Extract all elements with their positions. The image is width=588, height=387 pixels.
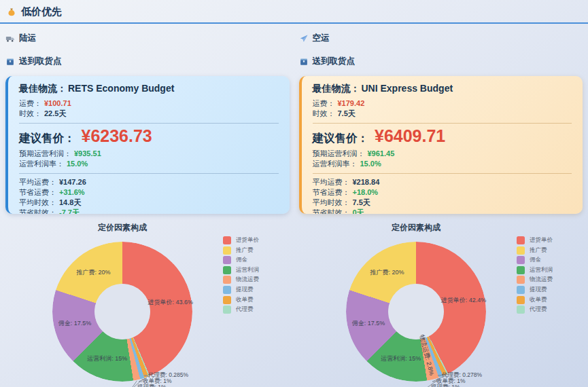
- legend-label: 代理费: [236, 306, 254, 314]
- pie-label: 运营利润: 15%: [381, 355, 421, 362]
- legend-item[interactable]: 佣金: [223, 256, 259, 264]
- legend-item[interactable]: 收单费: [517, 296, 553, 304]
- legend-item[interactable]: 进货单价: [223, 236, 259, 244]
- avg-time-row: 平均时效：7.5天: [313, 198, 572, 208]
- legend-label: 运营利润: [530, 266, 553, 274]
- pricing-factors-chart-air: 定价因素构成 进货单价: 42.4%物流运费: 2.8%运营利润: 15%佣金:…: [294, 218, 587, 387]
- expected-profit-row: 预期运营利润：¥935.51: [19, 149, 279, 159]
- legend-item[interactable]: 推广费: [517, 246, 553, 255]
- delivery-label: 送到取货点: [19, 56, 62, 67]
- legend-item[interactable]: 提现费: [517, 286, 553, 294]
- chart-title: 定价因素构成: [0, 222, 245, 234]
- saved-time-row: 节省时效：0天: [313, 208, 572, 214]
- legend-label: 推广费: [530, 246, 547, 255]
- pie-label: 进货单价: 42.4%: [441, 297, 487, 303]
- logistics-card-land: 最佳物流：RETS Economy Budget 运费：¥100.71 时效：2…: [5, 76, 290, 214]
- legend-label: 收单费: [530, 296, 547, 304]
- legend-swatch: [517, 246, 525, 255]
- legend-label: 进货单价: [530, 236, 553, 244]
- legend-label: 提现费: [530, 286, 547, 294]
- avg-time-row: 平均时效：14.8天: [19, 198, 279, 208]
- airplane-icon: [299, 34, 309, 43]
- legend-item[interactable]: 进货单价: [517, 236, 553, 244]
- card-divider: [19, 173, 279, 174]
- pie-label: 推广费: 20%: [77, 269, 111, 276]
- legend-item[interactable]: 物流运费: [517, 276, 553, 284]
- pie-leader-label: 提现费: 1%: [431, 384, 460, 387]
- legend-item[interactable]: 物流运费: [223, 276, 259, 284]
- column-land: 陆运 送到取货点 最佳物流：RETS Economy Budget 运费：¥10…: [5, 24, 290, 214]
- legend-item[interactable]: 代理费: [223, 306, 259, 314]
- legend-item[interactable]: 收单费: [223, 296, 259, 304]
- donut-hole: [94, 284, 150, 339]
- pie-leader-label: 提现费: 1%: [137, 384, 167, 387]
- legend-item[interactable]: 佣金: [517, 256, 553, 264]
- suggested-price-value: ¥6409.71: [375, 127, 445, 145]
- profit-margin-row: 运营利润率：15.0%: [19, 159, 279, 169]
- legend-swatch: [223, 286, 231, 294]
- avg-shipping-row: 平均运费：¥147.26: [19, 177, 279, 187]
- legend-label: 收单费: [236, 296, 254, 304]
- page-title: 低价优先: [21, 5, 62, 18]
- logistics-card-air: 最佳物流：UNI Express Budget 运费：¥179.42 时效：7.…: [299, 76, 583, 214]
- legend-label: 推广费: [236, 246, 254, 255]
- legend-swatch: [223, 246, 231, 255]
- legend-swatch: [223, 306, 231, 314]
- shipping-fee-row: 运费：¥179.42: [313, 98, 572, 109]
- saved-time-row: 节省时效：-7.7天: [19, 208, 279, 214]
- legend-swatch: [517, 306, 525, 314]
- legend-label: 进货单价: [236, 236, 259, 244]
- legend-item[interactable]: 运营利润: [223, 266, 259, 274]
- legend-swatch: [223, 236, 231, 244]
- legend-label: 运营利润: [236, 266, 259, 274]
- chart-legend: 进货单价推广费佣金运营利润物流运费提现费收单费代理费: [517, 236, 553, 316]
- pie-label: 推广费: 20%: [370, 269, 404, 276]
- delivery-heading-air: 送到取货点: [299, 56, 583, 67]
- package-icon: [299, 57, 309, 67]
- pie-label: 运营利润: 15%: [87, 355, 127, 362]
- pricing-factors-chart-land: 定价因素构成 进货单价: 43.6%运营利润: 15%佣金: 17.5%推广费:…: [0, 218, 294, 387]
- transport-heading-land: 陆运: [5, 33, 290, 44]
- legend-swatch: [223, 266, 231, 274]
- avg-shipping-row: 平均运费：¥218.84: [313, 177, 572, 187]
- legend-item[interactable]: 代理费: [517, 306, 553, 314]
- pie-label: 佣金: 17.5%: [352, 320, 385, 327]
- legend-label: 代理费: [530, 306, 547, 314]
- package-icon: [5, 57, 15, 67]
- pie-label: 佣金: 17.5%: [58, 320, 92, 327]
- truck-icon: [5, 34, 15, 43]
- suggested-price-row: 建议售价： ¥6409.71: [313, 127, 572, 146]
- expected-profit-row: 预期运营利润：¥961.45: [313, 149, 572, 159]
- suggested-price-value: ¥6236.73: [82, 127, 152, 145]
- column-air: 空运 送到取货点 最佳物流：UNI Express Budget 运费：¥179…: [299, 24, 583, 214]
- legend-label: 佣金: [530, 256, 541, 264]
- card-divider: [313, 123, 572, 124]
- legend-swatch: [223, 276, 231, 284]
- legend-swatch: [517, 236, 525, 244]
- delivery-time-row: 时效：7.5天: [313, 109, 572, 119]
- legend-swatch: [517, 266, 525, 274]
- legend-item[interactable]: 推广费: [223, 246, 259, 255]
- transport-label: 陆运: [19, 33, 36, 44]
- suggested-price-row: 建议售价： ¥6236.73: [19, 127, 279, 146]
- legend-item[interactable]: 运营利润: [517, 266, 553, 274]
- card-divider: [19, 123, 279, 124]
- pie-label: 进货单价: 43.6%: [148, 299, 193, 306]
- legend-item[interactable]: 提现费: [223, 286, 259, 294]
- legend-label: 物流运费: [530, 276, 553, 284]
- shipping-fee-row: 运费：¥100.71: [19, 98, 279, 109]
- transport-heading-air: 空运: [299, 33, 583, 44]
- donut-hole: [388, 284, 444, 339]
- legend-swatch: [517, 296, 525, 304]
- legend-swatch: [517, 286, 525, 294]
- legend-swatch: [517, 256, 525, 264]
- page-header: 低价优先: [0, 0, 588, 22]
- delivery-heading-land: 送到取货点: [5, 56, 290, 67]
- page: 低价优先 陆运 送到取货点 最佳物流：RETS Economy Budget: [0, 0, 588, 387]
- delivery-label: 送到取货点: [313, 56, 356, 67]
- comparison-columns: 陆运 送到取货点 最佳物流：RETS Economy Budget 运费：¥10…: [0, 24, 588, 214]
- charts-row: 定价因素构成 进货单价: 43.6%运营利润: 15%佣金: 17.5%推广费:…: [0, 218, 588, 387]
- legend-label: 物流运费: [236, 276, 259, 284]
- profit-margin-row: 运营利润率：15.0%: [313, 159, 572, 169]
- legend-label: 提现费: [236, 286, 254, 294]
